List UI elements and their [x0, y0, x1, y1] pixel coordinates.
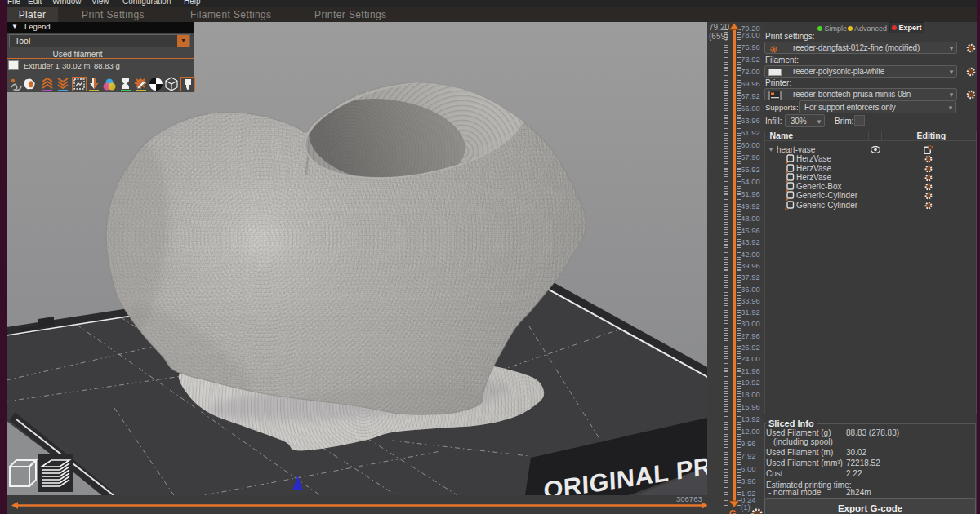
- svg-text:G: G: [729, 508, 737, 514]
